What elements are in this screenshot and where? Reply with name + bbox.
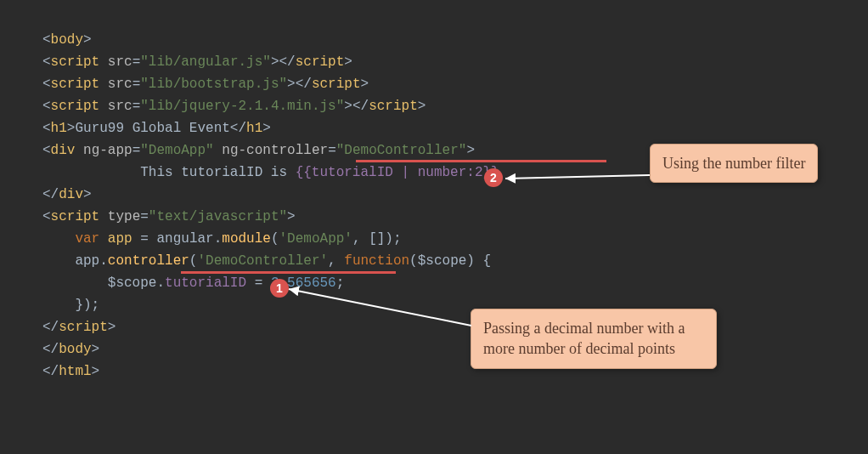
code-line: <h1>Guru99 Global Event</h1>: [42, 121, 271, 136]
code-line: });: [42, 298, 99, 313]
code-editor: <body> <script src="lib/angular.js"></sc…: [0, 0, 868, 383]
code-line: </html>: [42, 364, 99, 379]
callout-number-filter: Using the number filter: [650, 144, 818, 183]
callout-decimal-number: Passing a decimal number with a more num…: [471, 309, 717, 369]
code-line: <script src="lib/jquery-2.1.4.min.js"></…: [42, 99, 426, 114]
code-line: var app = angular.module('DemoApp', []);: [42, 231, 402, 247]
code-line: This tutorialID is {{tutorialID | number…: [42, 165, 499, 180]
annotation-badge-1: 1: [270, 279, 289, 298]
code-line: <body>: [42, 32, 92, 48]
code-line: </div>: [42, 187, 92, 202]
code-line: </body>: [42, 342, 99, 357]
code-line: <script type="text/javascript">: [42, 209, 296, 224]
code-line: $scope.tutorialID = 3.565656;: [42, 275, 344, 291]
code-line: <script src="lib/angular.js"></script>: [42, 54, 352, 70]
code-line: <script src="lib/bootstrap.js"></script>: [42, 77, 369, 92]
code-line: <div ng-app="DemoApp" ng-controller="Dem…: [42, 143, 475, 158]
underline-2: [356, 160, 606, 162]
annotation-badge-2: 2: [484, 168, 503, 187]
underline-1: [181, 271, 396, 274]
code-line: app.controller('DemoController', functio…: [42, 253, 491, 269]
code-line: </script>: [42, 320, 116, 335]
